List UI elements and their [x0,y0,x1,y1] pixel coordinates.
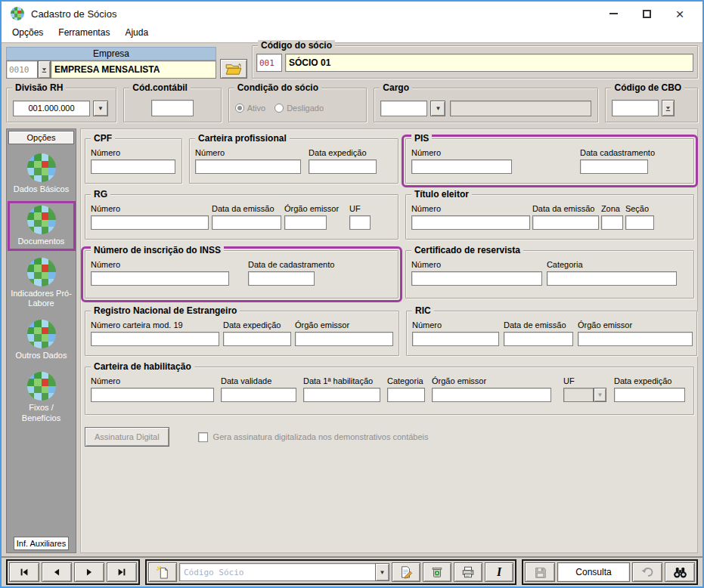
rne-group: Registro Nacional de Estrangeiro Número … [85,311,399,356]
record-nav-group [6,559,140,585]
reservista-numero-label: Número [411,260,542,269]
divisao-rh-input[interactable] [13,101,90,116]
habilitacao-data-primeira-input[interactable] [303,388,380,402]
cbo-spin-button[interactable] [662,100,675,116]
habilitacao-data-validade-input[interactable] [221,388,296,402]
sidebar: Opções Dados Básicos Documentos Indicado… [6,128,76,553]
cargo-dropdown-button[interactable]: ▼ [430,101,445,116]
rne-orgao-emissor-label: Órgão emissor [295,320,393,330]
menu-ferramentas[interactable]: Ferramentas [58,27,110,38]
reservista-categoria-input[interactable] [547,271,677,286]
record-search-combo: ▼ [179,563,389,581]
empresa-code-spin-button[interactable] [38,60,51,79]
inss-numero-input[interactable] [91,271,229,286]
edit-record-button[interactable] [392,562,420,582]
habilitacao-data-expedicao-input[interactable] [614,388,685,402]
rg-data-emissao-input[interactable] [212,215,281,230]
habilitacao-orgao-emissor-input[interactable] [432,388,551,402]
rg-orgao-emissor-input[interactable] [284,215,327,230]
divisao-rh-dropdown-button[interactable]: ▼ [93,101,108,116]
carteira-data-expedicao-input[interactable] [309,159,377,174]
pis-title: PIS [411,133,432,144]
titulo-zona-input[interactable] [601,215,623,230]
cod-contabil-input[interactable] [151,100,194,116]
sidebar-item-dados-basicos[interactable]: Dados Básicos [10,151,73,197]
prev-record-button[interactable] [42,562,72,582]
delete-record-button[interactable] [423,562,451,582]
sidebar-item-label: Outros Dados [16,351,67,361]
inss-data-cadastramento-input[interactable] [248,271,315,286]
empresa-name-field: EMPRESA MENSALISTA [51,60,216,79]
find-button[interactable] [665,562,695,582]
habilitacao-uf-dropdown-button[interactable]: ▼ [594,388,606,402]
sidebar-item-fixos-beneficios[interactable]: Fixos / Benefícios [10,370,73,426]
cargo-code-input[interactable] [380,101,427,116]
rne-numero-input[interactable] [91,332,219,346]
cargo-group: Cargo ▼ [374,88,598,122]
gera-assinatura-label: Gera assinatura digitalizada nos demonst… [213,432,429,441]
rg-numero-label: Número [91,204,209,213]
last-record-button[interactable] [107,562,137,582]
consulta-button[interactable]: Consulta [557,562,630,582]
sidebar-item-label: Dados Básicos [14,184,69,195]
print-button[interactable] [454,562,482,582]
titulo-numero-input[interactable] [411,215,530,230]
radio-ativo-icon [235,104,244,113]
italic-button[interactable]: I [485,562,513,582]
gera-assinatura-checkbox[interactable] [198,432,208,442]
close-icon: × [675,7,684,21]
rg-numero-input[interactable] [91,215,209,230]
rg-uf-input[interactable] [349,215,371,230]
next-record-button[interactable] [74,562,104,582]
undo-button[interactable] [632,562,662,582]
carteira-numero-input[interactable] [195,159,301,174]
radio-desligado[interactable]: Desligado [274,104,324,113]
rne-title: Registro Nacional de Estrangeiro [91,305,240,316]
reservista-numero-input[interactable] [411,271,542,286]
save-button[interactable] [525,562,555,582]
cpf-numero-input[interactable] [91,159,175,174]
content-panel: CPF Número Carteira profissional Número … [80,128,698,553]
assinatura-digital-button[interactable]: Assinatura Digital [85,427,169,447]
socio-code-input[interactable] [256,54,282,72]
record-search-input[interactable] [179,563,375,581]
sidebar-header: Opções [8,131,74,144]
codigo-socio-group: Código do sócio SÓCIO 01 [252,45,698,79]
habilitacao-categoria-input[interactable] [387,388,425,402]
sidebar-footer-inf-auxiliares[interactable]: Inf. Auxiliares [14,537,69,550]
ric-numero-input[interactable] [412,332,499,346]
new-record-button[interactable] [148,562,177,582]
maximize-button[interactable] [630,3,663,24]
radio-ativo[interactable]: Ativo [235,104,265,113]
record-search-dropdown-button[interactable]: ▼ [375,563,389,581]
titulo-numero-label: Número [411,204,530,213]
open-company-button[interactable] [220,59,247,79]
cod-contabil-title: Cód.contábil [129,82,191,93]
minimize-button[interactable] [597,3,630,24]
ric-data-emissao-input[interactable] [504,332,573,346]
pis-numero-input[interactable] [411,159,512,174]
edit-record-icon [399,565,413,579]
habilitacao-numero-input[interactable] [91,388,214,402]
sidebar-item-indicadores-pro-labore[interactable]: Indicadores Pró-Labore [10,255,73,311]
titulo-secao-input[interactable] [625,215,654,230]
empresa-code-input[interactable] [6,60,38,79]
habilitacao-data-expedicao-label: Data expedição [614,376,685,385]
pis-data-cadastramento-input[interactable] [580,159,648,174]
rne-data-expedicao-input[interactable] [223,332,291,346]
app-icon [11,7,24,20]
cbo-input[interactable] [612,100,659,116]
menu-ajuda[interactable]: Ajuda [125,27,148,38]
delete-record-icon [430,565,444,579]
titulo-data-emissao-input[interactable] [532,215,599,230]
carteira-data-expedicao-label: Data expedição [309,148,377,157]
rne-orgao-emissor-input[interactable] [295,332,393,346]
menu-opcoes[interactable]: Opções [12,27,43,38]
dropdown-icon: ▼ [98,105,104,112]
sidebar-item-documentos[interactable]: Documentos [10,203,73,249]
close-button[interactable]: × [663,3,696,24]
first-record-button[interactable] [9,562,39,582]
sidebar-item-outros-dados[interactable]: Outros Dados [10,317,73,363]
ric-orgao-emissor-input[interactable] [578,332,693,346]
ric-data-emissao-label: Data de emissão [504,320,573,330]
